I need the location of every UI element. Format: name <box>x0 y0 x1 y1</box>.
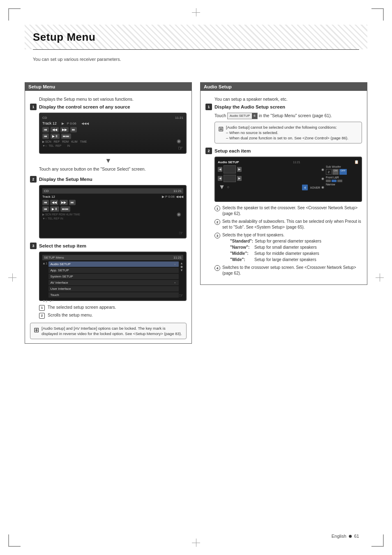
audio-setup-header: Audio Setup <box>201 83 367 91</box>
s-btn3: ▶▶ <box>60 200 68 205</box>
audio-step2: 2 Setup each item Audio SETUP 11:21 📋 <box>205 148 362 276</box>
callout-text: [Audio Setup] and [AV Interface] options… <box>42 326 183 337</box>
page-subtitle: You can set up various receiver paramete… <box>33 57 121 62</box>
setup-track-row: Track 12 ▶ P 0:06 ◀◀◀ <box>42 195 183 199</box>
front-lr-label: Front L&R <box>326 176 359 179</box>
main-content: Setup Menu Displays the Setup menu to se… <box>25 82 367 344</box>
audio-setup-section: Audio Setup You can setup a speaker netw… <box>200 82 367 285</box>
left-column: Setup Menu Displays the Setup menu to se… <box>25 82 192 344</box>
cd-label: CD <box>42 116 47 120</box>
middle-text: Setup for middle diameter speakers <box>254 250 319 257</box>
sub-toggle-row: 2 ON OFF <box>326 169 359 175</box>
setup-bottom: ▶ SCN REP RDM 4LIM TIME <box>42 213 183 216</box>
audio-screen-body: ◀ ▶ ◉ ◀ ▶ ◉ <box>218 165 359 191</box>
detail-item-2: 2 Sets the availability of subwoofers. T… <box>214 219 362 230</box>
setup-menu-mockup: SETUP Menu 11:21 ▲1 Audio SETUP ▪ <box>39 252 187 301</box>
detail-text-3-container: Selects the type of front speakers. "Sta… <box>222 232 321 263</box>
audio-row1: ◀ ▶ ◉ <box>218 165 324 173</box>
narrow-bar <box>326 180 359 182</box>
detail-sub-standard: "Standard": Setup for general diameter s… <box>230 238 321 244</box>
step1-item: 1 Display the control screen of any sour… <box>30 104 187 172</box>
setup-menu-description: Displays the Setup menu to set various f… <box>39 96 187 102</box>
detail-text-3: Selects the type of front speakers. <box>222 232 321 238</box>
smenu-footer: ▼2 ▲○ ☞ <box>42 299 183 303</box>
step1-instruction: Touch any source button on the "Source S… <box>39 166 187 172</box>
footer-page: 61 <box>354 534 359 539</box>
audio-setup-body: You can setup a speaker network, etc. 1 … <box>201 91 367 284</box>
detail-item-3: 3 Selects the type of front speakers. "S… <box>214 232 362 263</box>
audio-scroll-icon3: ◉ <box>321 185 324 189</box>
step3-label: 3 Select the setup item <box>30 243 187 249</box>
smenu-row-touch: Touch <box>48 292 179 298</box>
corner-mark-tr <box>371 8 384 21</box>
s-finger-icon: ☞ <box>179 230 183 236</box>
detail-item-1: 1 Selects the speaker to set the crossov… <box>214 205 362 217</box>
audio-xover-label: XOVER <box>310 186 320 189</box>
wide-label: "Wide": <box>230 257 253 263</box>
step1-title: Display the control screen of any source <box>39 104 130 109</box>
audio-step2-title: Setup each item <box>214 148 251 153</box>
smenu-title-bar: SETUP Menu 11:21 <box>42 255 183 260</box>
step2-item: 2 Display the Setup Menu CD 11:21 Track … <box>30 176 187 238</box>
audio-scroll-icon2: ◉ <box>321 177 324 180</box>
menu-title-bar: CD 11:21 <box>42 188 183 194</box>
cd-controls-row2: ⏮ ▶⏸ ⏭⏭ <box>42 134 183 139</box>
audio-speaker-img2 <box>224 175 236 182</box>
step3-num: 3 <box>30 243 37 249</box>
cd-tel-row: ▼○ TEL REP IN <box>42 144 183 147</box>
cd-top-bar: CD 11:21 <box>42 116 183 120</box>
setup-screen-mockup: CD 11:21 Track 12 ▶ P 0:06 ◀◀◀ ⏮ ◀◀ ▶▶ <box>39 185 187 238</box>
audio-btn-right1: ▶ <box>237 167 242 172</box>
smenu-finger: ☞ <box>179 293 183 298</box>
audio-down-icon: ▼ <box>219 183 225 191</box>
sub-woofer-label: Sub Woofer <box>326 165 359 168</box>
detail-list: 1 Selects the speaker to set the crossov… <box>214 205 362 276</box>
corner-mark-br <box>371 534 384 547</box>
page-title: Setup Menu <box>33 31 95 44</box>
crosshair-right <box>376 273 384 282</box>
middle-label: "Middle": <box>230 250 253 257</box>
touch-finger-icon: ☞ <box>178 145 183 151</box>
detail-sub-3: "Standard": Setup for general diameter s… <box>230 238 321 263</box>
smenu-row-system: System SETUP <box>48 274 179 279</box>
smenu-row-av: AV Interface ▪ <box>48 280 179 285</box>
cd-player-mockup: CD 11:21 Track 12 ▶ P 0:06 ◀◀◀ ⏮ ◀◀ <box>39 113 187 154</box>
cd-track-info: Track 12 ▶ P 0:06 ◀◀◀ <box>42 121 183 125</box>
step3-note1: 1 The selected setup screen appears. <box>39 304 187 311</box>
sub-num-2: 2 <box>326 169 332 175</box>
step2-num: 2 <box>30 176 37 183</box>
step2-label: 2 Display the Setup Menu <box>30 176 187 183</box>
audio-scroll-icon: ◉ <box>321 168 324 171</box>
narrow-seg1 <box>326 180 331 182</box>
detail-text-4: Switches to the crossover setup screen. … <box>222 265 362 276</box>
menu-title-text: CD <box>44 189 49 193</box>
cd-btn-prev: ⏮ <box>42 127 49 132</box>
detail-sub-narrow: "Narrow": Setup for small diameter speak… <box>230 244 321 250</box>
step3-note2: 2 Scrolls the setup menu. <box>39 312 187 319</box>
detail-num-1: 1 <box>214 206 220 211</box>
audio-callout: ⊞ [Audio Setup] cannot be selected under… <box>214 122 362 144</box>
audio-circle-icon: ○ <box>227 185 229 189</box>
setup-ctrl-row1: ⏮ ◀◀ ▶▶ ⏭ <box>42 200 183 205</box>
cd-controls-row1: ⏮ ◀◀ ▶▶ ⏭ ◉ <box>42 127 183 132</box>
smenu-row-indicators: ▲1 Audio SETUP ▪ App. SETUP <box>42 261 183 298</box>
standard-text: Setup for general diameter speakers <box>255 238 321 244</box>
cd-time: 11:21 <box>175 116 183 120</box>
audio-left-controls: ◀ ▶ ◉ ◀ ▶ ◉ <box>218 165 324 191</box>
step3-item: 3 Select the setup item SETUP Menu 11:21… <box>30 243 187 318</box>
audio-btn-left2: ◀ <box>218 176 222 181</box>
right-column: Audio Setup You can setup a speaker netw… <box>200 82 367 344</box>
setup-menu-body: Displays the Setup menu to set various f… <box>25 91 191 343</box>
s-btn4: ⏭ <box>69 200 76 205</box>
audio-row3: ▼ ○ 4 XOVER ◉ <box>218 183 324 191</box>
audio-step1-instruction: Touch Audio SETUP 6 in the "Setup Menu" … <box>214 113 362 119</box>
detail-text-2: Sets the availability of subwoofers. Thi… <box>222 219 362 230</box>
audio-screen-top: Audio SETUP 11:21 📋 <box>218 160 359 164</box>
crosshair-top <box>192 8 200 16</box>
footer-language: English <box>332 534 346 539</box>
detail-item-4: 4 Switches to the crossover setup screen… <box>214 265 362 276</box>
audio-speaker-img <box>224 165 236 173</box>
crosshair-bottom <box>192 539 200 547</box>
setup-menu-section: Setup Menu Displays the Setup menu to se… <box>25 82 192 344</box>
cd-bottom-bar: ▶ SCN REP RDM 4LIM TIME <box>42 140 183 143</box>
